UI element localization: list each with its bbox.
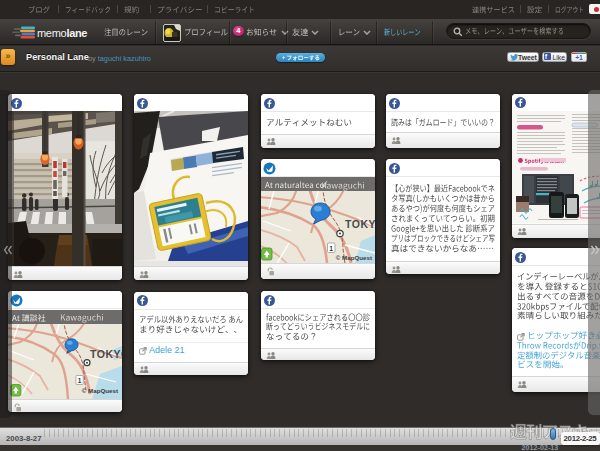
svg-text:© MapQuest: © MapQuest <box>81 387 117 394</box>
svg-text:© MapQuest: © MapQuest <box>335 254 371 261</box>
svg-text:TOKYO: TOKYO <box>90 348 122 360</box>
svg-text:1: 1 <box>329 244 333 251</box>
svg-text:TOKYO: TOKYO <box>345 218 375 230</box>
svg-text:1: 1 <box>77 376 81 383</box>
